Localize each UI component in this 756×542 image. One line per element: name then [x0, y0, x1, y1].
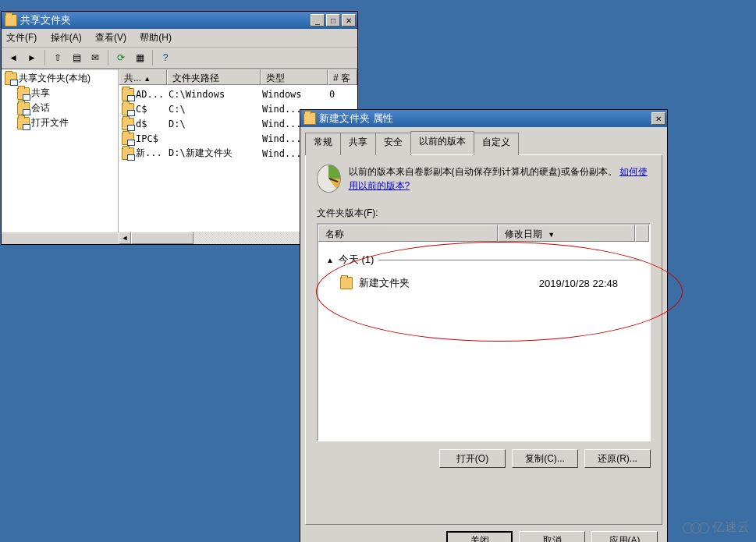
menubar: 文件(F) 操作(A) 查看(V) 帮助(H)	[2, 29, 357, 48]
tree-item-shares[interactable]: 共享	[3, 86, 116, 101]
open-button[interactable]: 打开(O)	[439, 449, 506, 468]
close-button[interactable]: ✕	[342, 14, 356, 27]
share-icon	[122, 147, 134, 160]
tabpanel-previous-versions: 以前的版本来自卷影副本(自动保存到计算机的硬盘)或备份副本。 如何使用以前的版本…	[305, 154, 662, 525]
share-icon	[122, 103, 134, 115]
sort-desc-icon: ▼	[548, 231, 555, 239]
mmc-titlebar[interactable]: 共享文件夹 _ □ ✕	[2, 12, 357, 29]
menu-help[interactable]: 帮助(H)	[140, 32, 172, 43]
scroll-left-button[interactable]: ◄	[119, 232, 131, 244]
folder-shared-icon	[17, 102, 30, 115]
toolbar-sep	[152, 50, 153, 66]
tree-pane: 共享文件夹(本地) 共享 会话 打开文件	[2, 69, 119, 232]
share-icon	[122, 133, 134, 145]
close-dialog-button[interactable]: 关闭	[446, 531, 513, 542]
dlg-title: 新建文件夹 属性	[316, 112, 651, 126]
version-item-name: 新建文件夹	[359, 276, 410, 290]
tabstrip: 常规 共享 安全 以前的版本 自定义	[300, 127, 667, 154]
list-label: 文件夹版本(F):	[317, 207, 651, 220]
version-list: 名称 修改日期 ▼ ▲ 今天 (1) 新建文件夹 2019/10/28 22:4…	[317, 223, 651, 441]
tree-root[interactable]: 共享文件夹(本地)	[3, 71, 116, 86]
help-button[interactable]: ?	[157, 49, 174, 66]
previous-versions-icon	[317, 165, 341, 193]
watermark-icon	[683, 523, 709, 533]
copy-button[interactable]: 复制(C)...	[512, 449, 578, 468]
info-text: 以前的版本来自卷影副本(自动保存到计算机的硬盘)或备份副本。 如何使用以前的版本…	[349, 165, 651, 193]
toolbar-sep	[44, 50, 45, 66]
tree-item-openfiles[interactable]: 打开文件	[3, 115, 116, 130]
tab-share[interactable]: 共享	[340, 133, 376, 155]
tree-label: 共享	[31, 87, 50, 100]
forward-button[interactable]: ►	[23, 49, 41, 66]
folder-icon	[303, 112, 316, 125]
tab-custom[interactable]: 自定义	[474, 133, 519, 155]
menu-view[interactable]: 查看(V)	[95, 32, 126, 43]
tab-security[interactable]: 安全	[375, 133, 411, 155]
scroll-thumb[interactable]	[131, 232, 193, 244]
group-divider	[378, 260, 641, 260]
version-item-date: 2019/10/28 22:48	[539, 278, 618, 289]
toolbar: ◄ ► ⇧ ▤ ✉ ⟳ ▦ ?	[2, 48, 357, 69]
tab-previous-versions[interactable]: 以前的版本	[410, 131, 474, 154]
share-icon	[122, 88, 134, 101]
dlg-titlebar[interactable]: 新建文件夹 属性 ✕	[300, 110, 667, 127]
col-ext[interactable]: # 客	[328, 69, 357, 85]
group-collapse-icon[interactable]: ▲	[326, 256, 334, 264]
apply-button[interactable]: 应用(A)	[591, 531, 658, 542]
up-button[interactable]: ⇧	[49, 49, 66, 66]
version-item[interactable]: 新建文件夹 2019/10/28 22:48	[326, 275, 641, 292]
toolbar-sep	[108, 50, 108, 66]
folder-shared-icon	[17, 117, 30, 129]
col-name[interactable]: 共... ▲	[119, 69, 167, 85]
minimize-button[interactable]: _	[311, 14, 325, 27]
mmc-title: 共享文件夹	[17, 13, 311, 27]
group-label: 今天 (1)	[339, 253, 374, 267]
col-version-date[interactable]: 修改日期 ▼	[498, 225, 635, 242]
folder-shared-icon	[17, 87, 30, 100]
tree-label: 会话	[31, 101, 50, 115]
tree-root-label: 共享文件夹(本地)	[19, 72, 91, 85]
list-header: 共... ▲ 文件夹路径 类型 # 客	[119, 69, 357, 85]
tree-label: 打开文件	[31, 116, 69, 129]
mail-button[interactable]: ✉	[87, 49, 104, 66]
folder-icon	[340, 277, 353, 289]
sort-icon: ▲	[144, 75, 151, 83]
share-icon	[122, 118, 134, 130]
version-list-header: 名称 修改日期 ▼	[318, 225, 649, 242]
col-type[interactable]: 类型	[261, 69, 328, 85]
group-today: ▲ 今天 (1)	[326, 253, 641, 267]
stop-button[interactable]: ▦	[131, 49, 148, 66]
show-hide-button[interactable]: ▤	[68, 49, 85, 66]
restore-button[interactable]: 还原(R)...	[584, 449, 651, 468]
table-row[interactable]: AD... C:\Windows Windows 0	[119, 87, 357, 101]
cancel-button[interactable]: 取消	[519, 531, 585, 542]
maximize-button[interactable]: □	[326, 14, 340, 27]
watermark-text: 亿速云	[712, 519, 750, 536]
col-version-extra[interactable]	[635, 225, 649, 242]
watermark: 亿速云	[683, 519, 750, 536]
menu-file[interactable]: 文件(F)	[6, 32, 37, 43]
menu-action[interactable]: 操作(A)	[51, 32, 82, 43]
col-path[interactable]: 文件夹路径	[167, 69, 261, 85]
refresh-button[interactable]: ⟳	[112, 49, 130, 66]
app-icon	[5, 14, 17, 27]
tab-general[interactable]: 常规	[305, 133, 341, 155]
col-version-name[interactable]: 名称	[318, 225, 498, 242]
dlg-close-button[interactable]: ✕	[651, 112, 665, 125]
back-button[interactable]: ◄	[5, 49, 22, 66]
tree-item-sessions[interactable]: 会话	[3, 101, 116, 115]
folder-shared-icon	[5, 73, 17, 85]
